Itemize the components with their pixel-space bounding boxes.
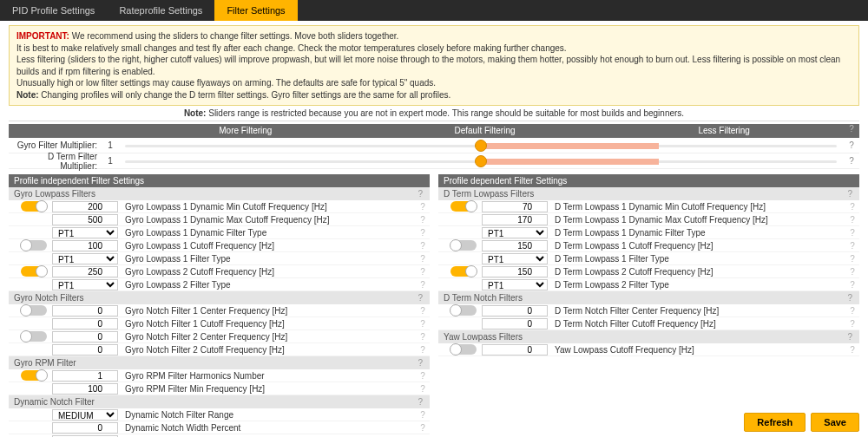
help-icon[interactable]: ? (845, 267, 859, 277)
setting-label: Gyro Notch Filter 2 Cutoff Frequency [Hz… (120, 345, 416, 355)
filter-input[interactable] (482, 305, 548, 316)
help-icon[interactable]: ? (416, 423, 430, 433)
filter-input[interactable] (52, 240, 118, 251)
filter-input[interactable] (52, 201, 118, 212)
setting-row: D Term Lowpass 1 Dynamic Max Cutoff Freq… (438, 213, 859, 226)
help-icon[interactable]: ? (845, 241, 859, 251)
help-icon[interactable]: ? (845, 306, 859, 316)
toggle-switch[interactable] (450, 201, 477, 212)
toggle-switch[interactable] (21, 331, 47, 342)
dterm-notch-title: D Term Notch Filters? (438, 291, 859, 304)
gyro-lowpass-title: Gyro Lowpass Filters? (9, 187, 430, 200)
help-icon[interactable]: ? (845, 319, 859, 329)
setting-label: D Term Lowpass 1 Cutoff Frequency [Hz] (549, 241, 845, 251)
help-icon[interactable]: ? (416, 384, 430, 394)
toggle-switch[interactable] (450, 266, 477, 277)
help-icon[interactable]: ? (416, 215, 430, 225)
help-icon[interactable]: ? (416, 371, 430, 381)
filter-slider-header: More Filtering Default Filtering Less Fi… (9, 124, 859, 138)
help-icon[interactable]: ? (416, 254, 430, 264)
filter-select[interactable]: MEDIUM (52, 409, 118, 421)
dterm-filter-slider[interactable] (125, 157, 837, 166)
help-icon[interactable]: ? (845, 345, 859, 355)
dterm-lowpass-title: D Term Lowpass Filters? (438, 187, 859, 200)
help-icon[interactable]: ? (844, 140, 859, 150)
filter-input[interactable] (482, 266, 548, 277)
help-icon[interactable]: ? (847, 293, 852, 303)
filter-select[interactable]: PT1 (482, 227, 548, 238)
important-notice: IMPORTANT: We recommend using the slider… (9, 25, 859, 106)
filter-input[interactable] (52, 305, 118, 316)
setting-label: D Term Notch Filter Cutoff Frequency [Hz… (549, 319, 845, 329)
setting-label: D Term Lowpass 1 Dynamic Min Cutoff Freq… (549, 202, 845, 212)
filter-input[interactable] (52, 318, 118, 329)
help-icon[interactable]: ? (416, 410, 430, 420)
help-icon[interactable]: ? (845, 280, 859, 290)
toggle-switch[interactable] (21, 201, 47, 212)
filter-input[interactable] (482, 201, 548, 212)
filter-input[interactable] (52, 331, 118, 342)
help-icon[interactable]: ? (418, 358, 423, 368)
help-icon[interactable]: ? (416, 228, 430, 238)
tab-pid-profile[interactable]: PID Profile Settings (0, 0, 107, 21)
filter-input[interactable] (482, 344, 548, 355)
toggle-switch[interactable] (450, 305, 477, 316)
help-icon[interactable]: ? (416, 332, 430, 342)
help-icon[interactable]: ? (416, 345, 430, 355)
filter-input[interactable] (52, 214, 118, 225)
setting-row: Gyro Lowpass 1 Dynamic Min Cutoff Freque… (9, 200, 430, 213)
help-icon[interactable]: ? (416, 280, 430, 290)
toggle-switch[interactable] (450, 344, 477, 355)
help-icon[interactable]: ? (847, 189, 852, 199)
help-icon[interactable]: ? (845, 202, 859, 212)
filter-input[interactable] (52, 344, 118, 355)
tab-rate-profile[interactable]: Rateprofile Settings (107, 0, 214, 21)
toggle-switch[interactable] (450, 240, 477, 251)
filter-input[interactable] (482, 240, 548, 251)
help-icon[interactable]: ? (418, 189, 423, 199)
gyro-filter-slider[interactable] (125, 141, 837, 150)
setting-label: Gyro Lowpass 1 Filter Type (120, 254, 416, 264)
tab-filter-settings[interactable]: Filter Settings (214, 0, 297, 21)
toggle-switch[interactable] (21, 370, 47, 381)
help-icon[interactable]: ? (418, 293, 423, 303)
toggle-switch[interactable] (21, 266, 47, 277)
help-icon[interactable]: ? (416, 306, 430, 316)
help-icon[interactable]: ? (847, 332, 852, 342)
help-icon[interactable]: ? (844, 156, 859, 166)
setting-row: D Term Notch Filter Cutoff Frequency [Hz… (438, 317, 859, 330)
help-icon[interactable]: ? (416, 202, 430, 212)
setting-label: Gyro Lowpass 2 Cutoff Frequency [Hz] (120, 267, 416, 277)
help-icon[interactable]: ? (845, 215, 859, 225)
setting-row: Dynamic Notch Width Percent? (9, 421, 430, 434)
help-icon[interactable]: ? (418, 397, 423, 407)
help-icon[interactable]: ? (845, 254, 859, 264)
toggle-switch[interactable] (21, 305, 47, 316)
setting-label: D Term Lowpass 1 Filter Type (549, 254, 845, 264)
help-icon[interactable]: ? (845, 228, 859, 238)
help-icon[interactable]: ? (844, 124, 859, 138)
filter-input[interactable] (52, 422, 118, 434)
important-label: IMPORTANT: (16, 31, 69, 41)
refresh-button[interactable]: Refresh (744, 413, 806, 432)
toggle-switch[interactable] (21, 240, 47, 251)
help-icon[interactable]: ? (416, 241, 430, 251)
setting-label: Gyro RPM Filter Min Frequency [Hz] (120, 384, 416, 394)
setting-row: Gyro Notch Filter 2 Center Frequency [Hz… (9, 330, 430, 343)
setting-row: D Term Lowpass 1 Dynamic Min Cutoff Freq… (438, 200, 859, 213)
setting-label: D Term Lowpass 1 Dynamic Max Cutoff Freq… (549, 215, 845, 225)
help-icon[interactable]: ? (416, 267, 430, 277)
filter-input[interactable] (52, 370, 118, 382)
setting-label: D Term Lowpass 2 Filter Type (549, 280, 845, 290)
filter-select[interactable]: PT1 (52, 227, 118, 238)
save-button[interactable]: Save (811, 413, 859, 432)
filter-input[interactable] (52, 266, 118, 277)
filter-select[interactable]: PT1 (52, 279, 118, 290)
filter-select[interactable]: PT1 (482, 253, 548, 264)
filter-input[interactable] (482, 318, 548, 329)
help-icon[interactable]: ? (416, 319, 430, 329)
filter-select[interactable]: PT1 (52, 253, 118, 264)
filter-input[interactable] (482, 214, 548, 225)
filter-input[interactable] (52, 383, 118, 395)
filter-select[interactable]: PT1 (482, 279, 548, 290)
